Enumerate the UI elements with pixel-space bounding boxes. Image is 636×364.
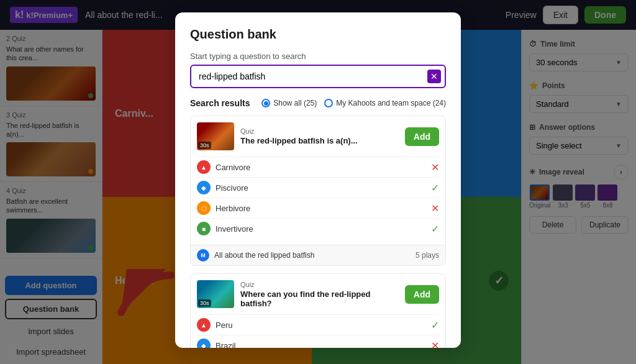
duration-badge: 30s [198, 299, 211, 307]
option-icon-red: ▲ [197, 160, 211, 174]
answer-option-row: ▲ Peru ✓ [197, 314, 439, 335]
user-avatar: M [197, 249, 209, 262]
quiz-card-thumbnail: 30s [197, 280, 234, 308]
option-text: Peru [216, 321, 426, 330]
modal-overlay: Question bank Start typing a question to… [0, 0, 636, 364]
quiz-result-card-1: 30s Quiz The red-lipped batfish is a(n).… [190, 116, 446, 266]
option-text: Invertivore [216, 224, 426, 234]
incorrect-icon: ✕ [431, 162, 439, 173]
search-clear-button[interactable]: ✕ [427, 70, 441, 83]
correct-icon: ✓ [431, 223, 439, 235]
add-quiz-button-2[interactable]: Add [405, 285, 439, 304]
incorrect-icon: ✕ [431, 340, 439, 348]
filter-radio-group: Show all (25) My Kahoots and team space … [261, 99, 446, 107]
quiz-card-info: Quiz The red-lipped batfish is a(n)... [240, 127, 399, 145]
option-text: Piscivore [216, 183, 426, 193]
radio-filled-icon [261, 99, 270, 107]
option-text: Herbivore [216, 204, 426, 213]
my-kahoots-option[interactable]: My Kahoots and team space (24) [324, 99, 446, 107]
answer-option-row: ■ Invertivore ✓ [197, 218, 439, 239]
quiz-result-card-2: 30s Quiz Where can you find the red-lipp… [190, 273, 446, 348]
quiz-card-footer: M All about the red lipped batfish 5 pla… [191, 245, 445, 265]
my-kahoots-label: My Kahoots and team space (24) [336, 99, 446, 107]
show-all-label: Show all (25) [273, 99, 317, 107]
option-text: Brazil [216, 341, 426, 348]
answer-option-row: ◆ Piscivore ✓ [197, 177, 439, 198]
duration-badge: 30s [198, 142, 211, 149]
answer-options-list: ▲ Carnivore ✕ ◆ Piscivore ✓ ⬠ Herbivore … [191, 157, 445, 245]
question-bank-modal: Question bank Start typing a question to… [175, 12, 461, 348]
quiz-card-top: 30s Quiz The red-lipped batfish is a(n).… [191, 116, 445, 157]
answer-option-row: ◆ Brazil ✕ [197, 335, 439, 348]
play-count: 5 plays [416, 251, 439, 260]
quiz-type: Quiz [240, 127, 399, 135]
results-label: Search results [190, 98, 250, 108]
option-icon-blue: ◆ [197, 339, 211, 348]
option-icon-orange: ⬠ [197, 201, 211, 215]
quiz-type: Quiz [240, 281, 399, 288]
search-input[interactable] [190, 65, 446, 88]
radio-empty-icon [324, 99, 333, 107]
quiz-card-thumbnail: 30s [197, 122, 234, 150]
quiz-title: The red-lipped batfish is a(n)... [240, 136, 399, 145]
incorrect-icon: ✕ [431, 202, 439, 214]
option-icon-red: ▲ [197, 318, 211, 332]
quiz-card-info: Quiz Where can you find the red-lipped b… [240, 281, 399, 308]
option-icon-blue: ◆ [197, 181, 211, 194]
quiz-title: Where can you find the red-lipped batfis… [240, 289, 399, 308]
answer-option-row: ⬠ Herbivore ✕ [197, 198, 439, 218]
search-wrapper: ✕ [190, 65, 446, 88]
search-results-header: Search results Show all (25) My Kahoots … [190, 98, 446, 108]
quiz-card-top: 30s Quiz Where can you find the red-lipp… [191, 274, 445, 314]
show-all-option[interactable]: Show all (25) [261, 99, 317, 107]
search-label: Start typing a question to search [190, 52, 446, 61]
option-icon-green: ■ [197, 222, 211, 235]
correct-icon: ✓ [431, 319, 439, 331]
add-quiz-button-1[interactable]: Add [405, 127, 439, 146]
answer-option-row: ▲ Carnivore ✕ [197, 157, 439, 177]
modal-title: Question bank [190, 27, 446, 42]
kahoot-name: All about the red lipped batfish [214, 251, 314, 260]
correct-icon: ✓ [431, 182, 439, 194]
answer-options-list: ▲ Peru ✓ ◆ Brazil ✕ ⬠ Galapagos ✓ ■ All … [191, 314, 445, 348]
option-text: Carnivore [216, 163, 426, 172]
